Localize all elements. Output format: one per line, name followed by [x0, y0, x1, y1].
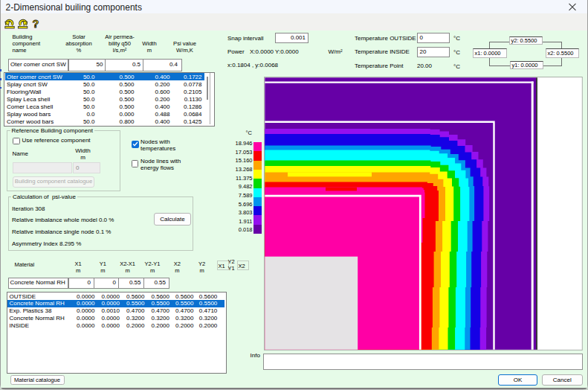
svg-text:?: ? — [33, 19, 39, 29]
